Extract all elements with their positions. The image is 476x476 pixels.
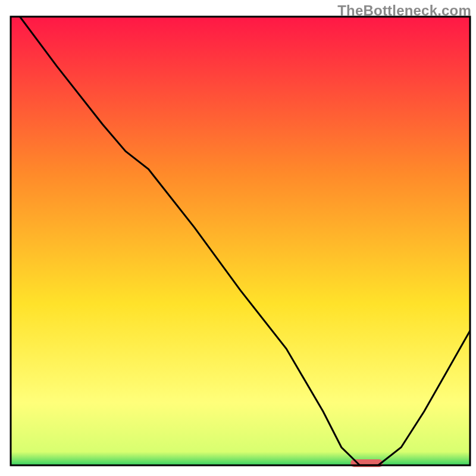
chart-svg xyxy=(0,0,476,476)
gradient-background xyxy=(11,17,470,465)
plot-area xyxy=(11,17,470,467)
chart-container: TheBottleneck.com xyxy=(0,0,476,476)
watermark-text: TheBottleneck.com xyxy=(337,2,471,19)
